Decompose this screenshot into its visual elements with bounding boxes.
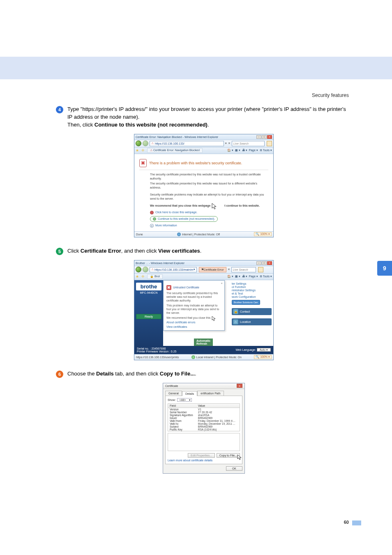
table-row[interactable]: Signature Algorithmsha1RSA bbox=[168, 414, 240, 417]
maximize-icon[interactable]: □ bbox=[262, 261, 267, 265]
link-test[interactable]: et & Test bbox=[232, 292, 272, 295]
ie2-toolbar: 🏠 ▾ ▦ ▾ 🖶 ▾ Page ▾ ⚙ Tools ▾ bbox=[227, 275, 272, 278]
learn-more-link[interactable]: Learn more about certificate details bbox=[168, 459, 240, 462]
edit-properties-button[interactable]: Edit Properties... bbox=[188, 453, 215, 458]
cert-msg-2: The security certificate presented by th… bbox=[150, 182, 268, 190]
untrusted-icon: ✖ bbox=[166, 285, 171, 290]
ie2-middle: × ✖ Untrusted Certificate The security c… bbox=[163, 280, 230, 346]
minimize-icon[interactable]: – bbox=[256, 135, 261, 139]
continue-link[interactable]: Continue to this website (not recommende… bbox=[150, 216, 268, 222]
address-bar[interactable]: ⚠https://10.136.100.133/main/m ▾ bbox=[150, 267, 197, 272]
continue-shield-icon bbox=[153, 217, 156, 221]
close-shield-icon bbox=[150, 211, 154, 214]
ie2-title: Brother ... - Windows Internet Explorer bbox=[136, 262, 184, 265]
location-row[interactable]: ⌂Location bbox=[232, 318, 272, 325]
step-4-text: Type "https://printer's IP address/" int… bbox=[67, 106, 352, 129]
feeds-icon[interactable]: ▦ ▾ bbox=[235, 149, 240, 152]
browser-tab[interactable]: 🔒 Brot bbox=[147, 274, 163, 279]
search-input[interactable]: Live Search bbox=[232, 141, 265, 146]
search-icon[interactable] bbox=[258, 267, 263, 272]
serial-bar: Serial no. : 234567890 Printer Firmware … bbox=[134, 346, 273, 354]
step-4-badge: 4 bbox=[56, 106, 63, 113]
link-network[interactable]: work Configuration bbox=[232, 295, 272, 298]
table-row[interactable]: SubjectBRN482989 bbox=[168, 425, 240, 428]
window-buttons: – □ × bbox=[256, 261, 272, 265]
forward-icon[interactable] bbox=[143, 267, 148, 272]
view-certificates-link[interactable]: View certificates bbox=[166, 325, 187, 328]
brother-logo: brothe bbox=[136, 283, 161, 290]
ie1-body: ✖ There is a problem with this website's… bbox=[134, 154, 273, 231]
certificate-error-button[interactable]: ✖ Certificate Error bbox=[199, 267, 226, 272]
print-icon[interactable]: 🖶 ▾ bbox=[242, 275, 247, 278]
ok-button[interactable]: OK bbox=[226, 466, 242, 471]
show-select[interactable]: <All>▾ bbox=[177, 398, 192, 402]
step-5-text: Click Certificate Error, and then click … bbox=[67, 247, 201, 255]
zoom-level[interactable]: 🔍 100% ▾ bbox=[254, 232, 272, 236]
table-row[interactable]: Valid toMonday, December 19, 2011 ... bbox=[168, 422, 240, 425]
ie-window-2: Brother ... - Windows Internet Explorer … bbox=[134, 260, 274, 360]
favorites-icon[interactable]: ★ bbox=[136, 274, 140, 279]
page-menu[interactable]: Page ▾ bbox=[249, 275, 258, 278]
close-icon[interactable]: × bbox=[237, 384, 242, 388]
language-select[interactable]: Auto ▾ bbox=[257, 348, 271, 352]
tab-details[interactable]: Details bbox=[182, 391, 197, 396]
home-icon[interactable]: 🏠 ▾ bbox=[227, 149, 233, 152]
tools-menu[interactable]: ⚙ Tools ▾ bbox=[260, 275, 272, 278]
step-6-badge: 6 bbox=[56, 371, 63, 378]
add-favorite-icon[interactable]: ✚ bbox=[141, 274, 145, 279]
more-info-toggle[interactable]: ▾ More information bbox=[150, 223, 268, 228]
cursor-icon bbox=[211, 316, 218, 320]
intranet-icon bbox=[191, 355, 195, 359]
show-filter: Show: <All>▾ bbox=[168, 398, 240, 402]
back-icon[interactable] bbox=[136, 267, 141, 272]
close-icon[interactable]: × bbox=[267, 135, 272, 139]
close-webpage-link[interactable]: Click here to close this webpage. bbox=[150, 210, 268, 215]
back-icon[interactable] bbox=[136, 140, 141, 146]
browser-tab[interactable]: ⚠ Certificate Error: Navigation Blocked bbox=[147, 148, 203, 153]
forward-icon[interactable] bbox=[143, 140, 148, 146]
add-favorite-icon[interactable]: ✚ bbox=[141, 148, 145, 152]
svg-marker-0 bbox=[212, 203, 216, 209]
table-row[interactable]: Serial Number27 28 26 42 bbox=[168, 411, 240, 414]
cert-field-table: Field Value VersionV1 Serial Number27 28… bbox=[168, 403, 240, 431]
minimize-icon[interactable]: – bbox=[256, 261, 261, 265]
zoom-level[interactable]: 🔍 100% ▾ bbox=[254, 355, 272, 359]
page-menu[interactable]: Page ▾ bbox=[249, 149, 258, 152]
firmware-version: Printer Firmware Version : 0.25 bbox=[137, 350, 176, 353]
favorites-icon[interactable]: ★ bbox=[136, 148, 140, 152]
maximize-icon[interactable]: □ bbox=[262, 135, 267, 139]
table-row[interactable]: Public KeyRSA (1024 bits) bbox=[168, 428, 240, 431]
tab-general[interactable]: General bbox=[165, 391, 182, 396]
printer-sidebar: brothe MFC-9440CN Ready bbox=[134, 280, 163, 346]
link-settings[interactable]: ter Settings bbox=[232, 282, 272, 285]
col-field: Field bbox=[168, 403, 196, 408]
home-icon[interactable]: 🏠 ▾ bbox=[227, 275, 233, 278]
link-function[interactable]: ol Function bbox=[232, 286, 272, 288]
search-icon[interactable] bbox=[267, 141, 272, 146]
link-admin[interactable]: ninistrator Settings bbox=[232, 289, 272, 292]
search-input[interactable]: Live Search bbox=[231, 267, 256, 272]
brother-solutions-link[interactable]: Brother Solutions Cen bbox=[232, 300, 260, 305]
table-row[interactable]: Valid fromFriday, December 31, 1999 4:..… bbox=[168, 419, 240, 422]
top-banner bbox=[0, 57, 392, 79]
print-icon[interactable]: 🖶 ▾ bbox=[242, 149, 247, 152]
table-row[interactable]: VersionV1 bbox=[168, 408, 240, 411]
contact-row[interactable]: 🔒Contact bbox=[232, 308, 272, 315]
tab-cert-path[interactable]: ertification Path bbox=[197, 391, 224, 396]
status-url: https://10.136.100.133/user/prints bbox=[136, 356, 179, 359]
ie2-navbar: ⚠https://10.136.100.133/main/m ▾ ✖ Certi… bbox=[134, 266, 273, 274]
table-row[interactable]: IssuerBRN482989 bbox=[168, 417, 240, 419]
feeds-icon[interactable]: ▦ ▾ bbox=[235, 275, 240, 278]
step-5-badge: 5 bbox=[56, 248, 63, 255]
about-cert-errors-link[interactable]: About certificate errors bbox=[166, 321, 221, 324]
cert-msg-3: Security certificate problems may indica… bbox=[150, 193, 268, 201]
ie1-tabbar: ★ ✚ ⚠ Certificate Error: Navigation Bloc… bbox=[134, 147, 273, 154]
popup-close-icon[interactable]: × bbox=[166, 281, 223, 285]
cert-recommend: We recommend that you close this webpage… bbox=[150, 204, 268, 208]
close-icon[interactable]: × bbox=[267, 261, 272, 265]
tools-menu[interactable]: ⚙ Tools ▾ bbox=[260, 149, 272, 152]
ie1-titlebar: Certificate Error: Navigation Blocked - … bbox=[134, 134, 273, 140]
cert-dialog-titlebar: Certificate × bbox=[163, 383, 244, 389]
ie2-titlebar: Brother ... - Windows Internet Explorer … bbox=[134, 260, 273, 266]
address-bar[interactable]: ⚠https://10.136.100.133/ bbox=[150, 141, 224, 146]
